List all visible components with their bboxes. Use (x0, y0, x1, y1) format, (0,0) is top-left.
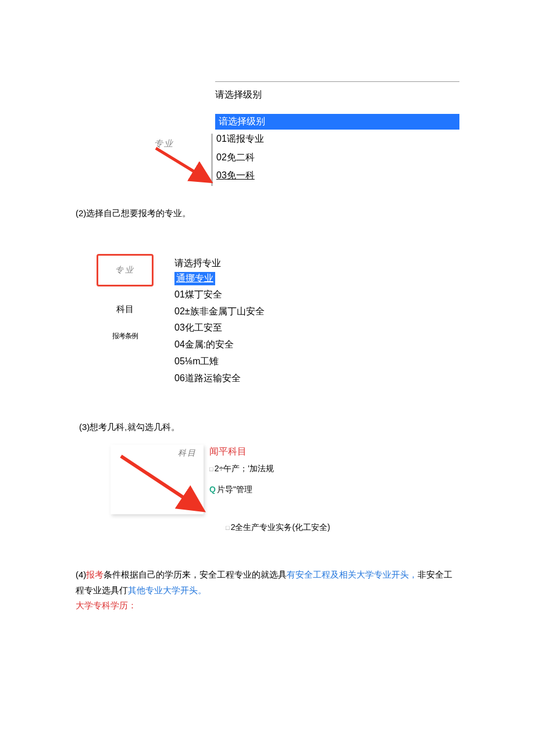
major-dropdown-selected[interactable]: 通挪专业 (174, 272, 215, 285)
text: 条件根据自己的学历来，安全工程专业的就选具 (104, 569, 287, 579)
instruction-step-3: (3)想考几科,就勾选几科。 (79, 422, 459, 433)
zhuanye-label: 专业 (115, 265, 135, 275)
checkbox-icon: □ (226, 524, 230, 531)
major-option[interactable]: 01煤丁安全 (174, 286, 265, 303)
text: (4) (76, 569, 86, 579)
major-dropdown[interactable]: 请选捋专业 通挪专业 01煤丁安全 02±族非金属丁山安全 03化工安至 04金… (174, 254, 265, 387)
level-dropdown[interactable]: 请选择级别 谙选择级别 01谣报专业 02免二科 03免一科 (215, 87, 459, 185)
divider (215, 81, 459, 82)
subject-check-section: 科目 闻平科目 □2÷午产；'加法规 Q片导"管理 □2全生产专业实务(化工安全… (76, 445, 459, 538)
subject-list: 闻平科目 □2÷午产；'加法规 Q片导"管理 (209, 446, 274, 506)
subject-checkbox[interactable]: □2全生产专业实务(化工安全) (226, 522, 330, 533)
subject-label: 科目 (76, 304, 174, 315)
level-option[interactable]: 01谣报专业 (215, 130, 459, 148)
condition-label: 报考条例 (76, 331, 174, 341)
subject-checkbox[interactable]: □2÷午产；'加法规 (209, 464, 274, 474)
annotation-box-2: 科目 (110, 445, 204, 514)
subject-heading: 闻平科目 (209, 446, 274, 458)
level-dropdown-options: 01谣报专业 02免二科 03免一科 (215, 130, 459, 185)
level-dropdown-selected[interactable]: 谙选择级别 (215, 114, 459, 130)
text-link-style: 其他专业大学开头。 (128, 585, 206, 595)
level-dropdown-label: 请选择级别 (215, 87, 459, 103)
arrow-icon (145, 134, 215, 186)
svg-line-3 (121, 456, 200, 508)
major-option[interactable]: 02±族非金属丁山安全 (174, 303, 265, 320)
major-select-section: 专业 科目 报考条例 请选捋专业 通挪专业 01煤丁安全 02±族非金属丁山安全… (76, 254, 459, 387)
checkbox-label: 片导"管理 (217, 485, 252, 494)
level-option[interactable]: 02免二科 (215, 148, 459, 167)
annotation-box: 专业 (145, 134, 215, 186)
left-labels: 专业 科目 报考条例 (76, 254, 174, 387)
major-option[interactable]: 05⅛m工雉 (174, 353, 265, 370)
checkbox-icon: Q (209, 485, 216, 494)
instruction-step-2: (2)选择自己想要报考的专业。 (76, 208, 459, 219)
arrow-icon (116, 453, 209, 522)
instruction-step-4: (4)报考条件根据自己的学历来，安全工程专业的就选具有安全工程及相关大学专业开头… (76, 567, 459, 598)
text-link-style: 有安全工程及相关大学专业开头， (287, 569, 418, 579)
major-option[interactable]: 06道路运输安全 (174, 370, 265, 387)
svg-line-1 (156, 148, 208, 180)
highlight-box: 专业 (97, 254, 154, 286)
major-option[interactable]: 03化工安至 (174, 320, 265, 336)
checkbox-label: 2全生产专业实务(化工安全) (231, 522, 330, 532)
major-option[interactable]: 04金属:的安全 (174, 336, 265, 353)
major-dropdown-label: 请选捋专业 (174, 257, 265, 270)
education-heading: 大学专科学历： (76, 600, 459, 611)
level-select-section: 请选择级别 谙选择级别 01谣报专业 02免二科 03免一科 专业 (76, 81, 459, 185)
checkbox-icon: □ (209, 465, 213, 472)
checkbox-label: 2÷午产；'加法规 (215, 464, 274, 473)
level-option[interactable]: 03免一科 (215, 166, 459, 185)
subject-checkbox[interactable]: Q片导"管理 (209, 485, 274, 495)
text-highlight: 报考 (86, 569, 104, 579)
